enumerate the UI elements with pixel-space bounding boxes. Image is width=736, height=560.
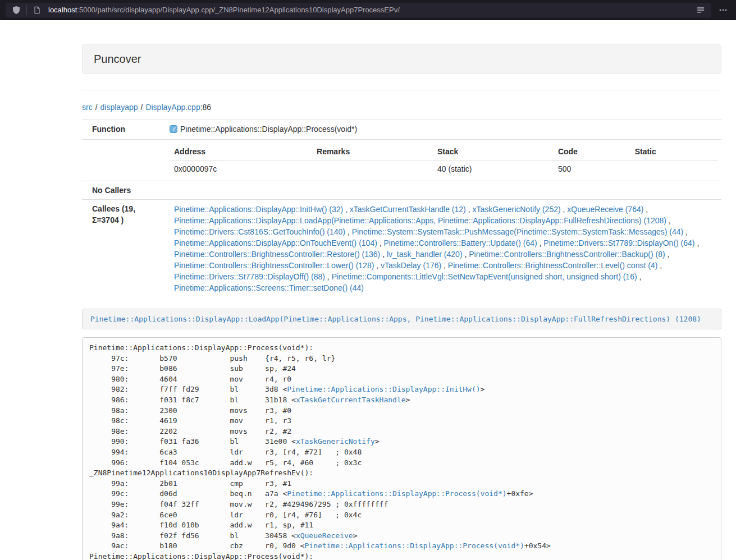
code-line: 990: f031 fa36 bl 31e00 <xTaskGenericNot…	[89, 437, 714, 447]
url-text: localhost:5000/path/src/displayapp/Displ…	[48, 6, 693, 14]
browser-toolbar: localhost:5000/path/src/displayapp/Displ…	[0, 0, 736, 20]
callee-link[interactable]: xTaskGenericNotify (252)	[472, 205, 560, 214]
page-actions-icon[interactable]	[716, 3, 730, 17]
reader-mode-icon[interactable]	[693, 3, 708, 17]
divider	[82, 90, 721, 90]
stats-row: Address Remarks Stack Code Static 0x0000…	[82, 140, 721, 181]
callee-link[interactable]: Pinetime::Controllers::BrightnessControl…	[448, 261, 657, 270]
code-line: 9a4: f10d 010b add.w r1, sp, #11	[89, 520, 714, 531]
code-line: Pinetime::Applications::DisplayApp::Proc…	[89, 552, 714, 560]
callees-label: Callees (19, Σ=3704 )	[82, 200, 166, 298]
no-callers-row: No Callers	[82, 181, 721, 200]
stats-header-static: Static	[630, 143, 718, 160]
url-path: :5000/path/src/displayapp/DisplayApp.cpp…	[77, 6, 400, 14]
code-line: 98a: 2300 movs r3, #0	[89, 406, 714, 416]
code-line: _ZN8Pinetime12Applications10DisplayApp7R…	[89, 468, 714, 479]
page-title: Puncover	[94, 53, 141, 65]
code-line: 982: f7ff fd29 bl 3d8 <Pinetime::Applica…	[89, 384, 714, 395]
callee-link[interactable]: Pinetime::Applications::DisplayApp::OnTo…	[174, 238, 377, 247]
callee-link[interactable]: Pinetime::Drivers::St7789::DisplayOn() (…	[543, 238, 694, 247]
callee-link[interactable]: Pinetime::Components::LittleVgl::SetNewT…	[332, 272, 637, 281]
code-symbol-link[interactable]: Pinetime::Applications::DisplayApp::Proc…	[305, 541, 524, 550]
code-line: 9a2: 6ce0 ldr r0, [r4, #76] ; 0x4c	[89, 510, 714, 521]
callee-link[interactable]: xQueueReceive (764)	[567, 205, 643, 214]
callee-link[interactable]: Pinetime::System::SystemTask::PushMessag…	[352, 227, 684, 236]
code-line: 994: 6ca3 ldr r3, [r4, #72] ; 0x48	[89, 447, 714, 458]
code-symbol-link[interactable]: xTaskGenericNotify	[296, 437, 375, 446]
highlighted-symbol-link[interactable]: Pinetime::Applications::DisplayApp::Load…	[90, 315, 701, 323]
callees-list: Pinetime::Applications::DisplayApp::Init…	[170, 203, 718, 294]
stats-value-stack: 40 (static)	[433, 160, 554, 178]
callee-link[interactable]: Pinetime::Drivers::St7789::DisplayOff() …	[174, 272, 325, 281]
stats-header-code: Code	[554, 143, 630, 160]
stats-header-remarks: Remarks	[312, 143, 433, 160]
stats-header-address: Address	[170, 143, 312, 160]
page-content: Puncover src/displayapp/DisplayApp.cpp:8…	[82, 44, 721, 560]
highlighted-symbol-box: Pinetime::Applications::DisplayApp::Load…	[82, 309, 721, 329]
app-header: Puncover	[82, 44, 721, 74]
callee-link[interactable]: Pinetime::Applications::Screens::Timer::…	[174, 283, 364, 292]
code-line: 9ac: b180 cbz r0, 9d0 <Pinetime::Applica…	[89, 541, 714, 552]
callee-link[interactable]: vTaskDelay (176)	[381, 261, 441, 270]
stats-header-stack: Stack	[433, 143, 554, 160]
code-line: 97e: b086 sub sp, #24	[89, 364, 714, 374]
code-symbol-link[interactable]: xQueueReceive	[296, 531, 353, 540]
breadcrumb-line-number: :86	[200, 103, 211, 112]
function-row: Function f Pinetime::Applications::Displ…	[82, 120, 721, 140]
code-line: 99a: 2b01 cmp r3, #1	[89, 479, 714, 489]
callee-link[interactable]: Pinetime::Drivers::Cst816S::GetTouchInfo…	[174, 227, 345, 236]
url-host: localhost	[48, 6, 77, 14]
shield-icon[interactable]	[9, 3, 24, 17]
callee-link[interactable]: Pinetime::Controllers::Battery::Update()…	[384, 238, 537, 247]
code-line: 97c: b570 push {r4, r5, r6, lr}	[89, 354, 714, 364]
breadcrumb-src[interactable]: src	[82, 103, 93, 112]
stats-value-remarks	[312, 160, 433, 178]
code-line: 9a8: f02f fd56 bl 30458 <xQueueReceive>	[89, 531, 714, 541]
stats-value-row: 0x0000097c 40 (static) 500	[170, 160, 718, 178]
code-line: 980: 4604 mov r4, r0	[89, 374, 714, 385]
breadcrumb-separator: /	[95, 103, 98, 112]
function-table: Function f Pinetime::Applications::Displ…	[82, 120, 721, 297]
function-label: Function	[82, 120, 166, 140]
url-bar[interactable]: localhost:5000/path/src/displayapp/Displ…	[6, 3, 711, 17]
code-line: 996: f104 053c add.w r5, r4, #60 ; 0x3c	[89, 458, 714, 469]
callee-link[interactable]: Pinetime::Applications::DisplayApp::Init…	[174, 205, 343, 214]
callee-link[interactable]: Pinetime::Controllers::BrightnessControl…	[174, 261, 374, 270]
disassembly: Pinetime::Applications::DisplayApp::Proc…	[82, 337, 721, 560]
function-name: Pinetime::Applications::DisplayApp::Proc…	[180, 125, 357, 134]
callee-link[interactable]: Pinetime::Controllers::BrightnessControl…	[174, 250, 380, 259]
code-symbol-link[interactable]: Pinetime::Applications::DisplayApp::Proc…	[287, 489, 506, 498]
code-symbol-link[interactable]: Pinetime::Applications::DisplayApp::Init…	[287, 385, 480, 393]
callee-link[interactable]: Pinetime::Applications::DisplayApp::Load…	[174, 216, 666, 225]
stats-value-address: 0x0000097c	[170, 160, 312, 178]
symbol-type-icon: f	[170, 125, 177, 136]
stats-row-spacer	[82, 140, 166, 181]
code-line: 98c: 4619 mov r1, r3	[89, 416, 714, 426]
stats-table: Address Remarks Stack Code Static 0x0000…	[170, 143, 718, 177]
breadcrumb-separator: /	[141, 103, 143, 112]
breadcrumb-file[interactable]: DisplayApp.cpp	[145, 103, 200, 112]
breadcrumb-displayapp[interactable]: displayapp	[100, 103, 138, 112]
toolbar-divider	[26, 5, 27, 15]
stats-value-static	[630, 160, 718, 178]
breadcrumb: src/displayapp/DisplayApp.cpp:86	[82, 102, 721, 113]
code-line: 99c: d06d beq.n a7a <Pinetime::Applicati…	[89, 489, 714, 499]
page-info-icon[interactable]	[30, 3, 44, 17]
no-callers-label: No Callers	[82, 181, 166, 200]
stats-header-row: Address Remarks Stack Code Static	[170, 143, 718, 160]
callee-link[interactable]: Pinetime::Controllers::BrightnessControl…	[469, 250, 665, 259]
code-line: Pinetime::Applications::DisplayApp::Proc…	[89, 343, 714, 354]
stats-value-code: 500	[554, 160, 630, 178]
code-line: 99e: f04f 32ff mov.w r2, #4294967295 ; 0…	[89, 499, 714, 510]
code-symbol-link[interactable]: xTaskGetCurrentTaskHandle	[296, 396, 406, 404]
code-line: 98e: 2202 movs r2, #2	[89, 426, 714, 437]
callee-link[interactable]: lv_task_handler (420)	[387, 250, 463, 259]
code-line: 986: f031 f8c7 bl 31b18 <xTaskGetCurrent…	[89, 395, 714, 406]
callee-link[interactable]: xTaskGetCurrentTaskHandle (12)	[350, 205, 466, 214]
callees-row: Callees (19, Σ=3704 ) Pinetime::Applicat…	[82, 200, 721, 298]
